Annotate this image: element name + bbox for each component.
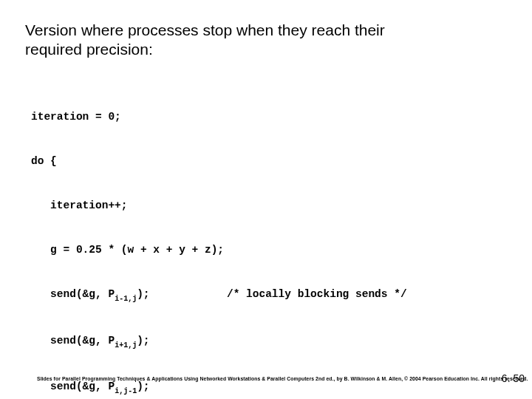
code-line: do { (31, 154, 504, 168)
code-text: send(&g, P (31, 288, 115, 300)
code-line: iteration++; (31, 198, 504, 213)
code-line: send(&g, Pi,j-1); (31, 379, 504, 396)
code-text: send(&g, P (31, 381, 115, 392)
code-line: iteration = 0; (31, 109, 504, 124)
sub-index: i,j-1 (115, 387, 137, 395)
slide-title: Version where processes stop when they r… (25, 21, 439, 60)
code-comment: /* locally blocking sends */ (150, 288, 407, 300)
footer-text: Slides for Parallel Programming Techniqu… (37, 376, 488, 381)
code-block: iteration = 0; do { iteration++; g = 0.2… (31, 80, 504, 399)
code-line: send(&g, Pi+1,j); (31, 333, 504, 350)
code-line: g = 0.25 * (w + x + y + z); (31, 242, 504, 257)
sub-index: i-1,j (115, 295, 137, 303)
page-number: 6. 50 (502, 372, 525, 384)
code-line: send(&g, Pi-1,j); /* locally blocking se… (31, 287, 504, 304)
sub-index: i+1,j (115, 341, 137, 349)
code-text: ); (137, 381, 149, 392)
code-text: send(&g, P (31, 335, 115, 347)
code-text: ); (137, 288, 149, 300)
slide: Version where processes stop when they r… (0, 0, 532, 399)
code-text: ); (137, 335, 149, 347)
